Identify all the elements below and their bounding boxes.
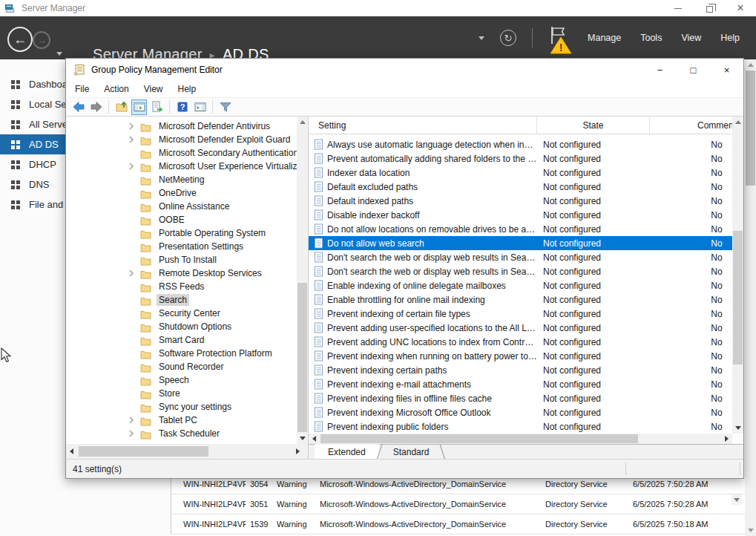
gpme-menu-item[interactable]: Action [96,84,136,94]
tree-item[interactable]: Online Assistance [66,200,297,213]
restore-button[interactable] [694,0,725,16]
tree-vertical-scrollbar[interactable] [297,117,308,444]
list-scroll-up-icon[interactable] [732,117,743,128]
tree-item[interactable]: Security Center [66,307,297,320]
tab-standard[interactable]: Standard [380,445,443,459]
tree-item[interactable]: Portable Operating System [66,226,297,240]
nav-dropdown-caret-icon[interactable] [479,36,484,40]
scrollbar-thumb[interactable] [746,71,755,186]
nav-menu-item[interactable]: Manage [588,33,621,43]
tree-horizontal-scrollbar[interactable] [66,444,309,459]
gpme-maximize-button[interactable]: □ [677,59,710,81]
list-horizontal-scrollbar[interactable] [309,434,732,444]
tree-item[interactable]: Microsoft Defender Exploit Guard [66,133,297,146]
tree-item[interactable]: Presentation Settings [66,240,297,253]
list-scroll-left-icon[interactable] [309,434,320,444]
setting-row[interactable]: Prevent adding user-specified locations … [309,321,743,335]
nav-menu-item[interactable]: Tools [640,33,662,43]
setting-row[interactable]: Prevent adding UNC locations to index fr… [309,335,743,349]
tree-item[interactable]: OneDrive [66,186,297,200]
show-action-pane-icon[interactable] [192,99,208,115]
gpme-menu-item[interactable]: File [68,84,96,94]
history-dropdown-caret-icon[interactable] [56,52,62,56]
tree-item[interactable]: Microsoft User Experience Virtualization [66,160,297,173]
tree-item[interactable]: Speech [66,373,297,387]
nav-menu-item[interactable]: View [681,33,701,43]
setting-row[interactable]: Prevent indexing e-mail attachments Not … [309,377,743,391]
tree-hscrollbar-thumb[interactable] [79,446,208,457]
notifications-flag-icon[interactable]: ! [548,25,572,55]
setting-row[interactable]: Prevent indexing files in offline files … [309,391,743,405]
tree-item[interactable]: Sound Recorder [66,360,297,373]
setting-row[interactable]: Prevent indexing public folders Not conf… [309,419,743,434]
event-row[interactable]: WIN-INHI2LP4VPS 3051 Warning Microsoft-W… [171,494,745,514]
list-scrollbar-thumb[interactable] [733,231,743,365]
setting-row[interactable]: Don't search the web or display web resu… [309,250,743,264]
setting-row[interactable]: Prevent automatically adding shared fold… [309,151,743,166]
nav-menu-item[interactable]: Help [720,33,740,43]
show-console-tree-icon[interactable] [131,99,147,115]
tree-item[interactable]: Store [66,387,297,400]
back-icon[interactable] [70,99,86,115]
tree-scroll-down-icon[interactable] [297,433,308,444]
back-button[interactable]: ← [7,27,33,52]
tree-item[interactable]: Tablet PC [66,414,297,427]
tab-extended[interactable]: Extended [315,444,379,459]
up-one-level-icon[interactable] [114,99,129,115]
tree-item[interactable]: Task Scheduler [66,427,297,440]
setting-row[interactable]: Enable indexing of online delegate mailb… [309,278,743,292]
setting-row[interactable]: Prevent indexing Microsoft Office Outloo… [309,405,743,419]
expand-chevron-icon[interactable] [128,416,136,424]
setting-row[interactable]: Don't search the web or display web resu… [309,264,743,278]
tree-item[interactable]: Microsoft Defender Antivirus [66,120,297,133]
minimize-button[interactable] [663,0,694,16]
gpme-close-button[interactable]: × [710,59,743,81]
tree-item[interactable]: RSS Feeds [66,280,297,293]
tree-item[interactable]: Search [66,293,297,307]
setting-row[interactable]: Prevent indexing certain paths Not confi… [309,363,743,377]
tree-item[interactable]: Sync your settings [66,400,297,414]
list-scroll-down-icon[interactable] [732,422,743,434]
setting-row[interactable]: Prevent indexing of certain file types N… [309,307,743,321]
column-header-state[interactable]: State [537,117,650,134]
setting-row[interactable]: Indexer data location Not configured No [309,166,743,180]
filter-icon[interactable] [217,99,233,115]
refresh-icon[interactable]: ↻ [500,30,516,46]
tree-scroll-left-icon[interactable] [66,445,77,457]
tree-item[interactable]: Push To Install [66,253,297,267]
forward-icon[interactable] [88,99,104,115]
close-button[interactable] [725,0,756,16]
setting-row[interactable]: Do not allow locations on removable driv… [309,222,743,236]
tree-scroll-up-icon[interactable] [297,117,308,128]
event-row[interactable]: WIN-INHI2LP4VPS 1539 Warning Microsoft-W… [171,514,745,535]
tree-item[interactable]: Microsoft Secondary Authentication [66,146,297,160]
setting-row[interactable]: Disable indexer backoff Not configured N… [309,208,743,222]
gpme-menu-item[interactable]: View [137,84,171,94]
tree-item[interactable]: Remote Desktop Services [66,267,297,280]
help-icon[interactable]: ? [174,99,190,115]
tree-item[interactable]: Shutdown Options [66,320,297,333]
events-scroll-down-icon[interactable] [732,494,742,505]
setting-row[interactable]: Always use automatic language detection … [309,137,743,151]
forward-button[interactable]: → [33,31,50,49]
gpme-minimize-button[interactable]: − [643,59,677,81]
tree-item[interactable]: NetMeeting [66,173,297,186]
expand-chevron-icon[interactable] [128,430,136,437]
expand-chevron-icon[interactable] [128,163,136,170]
setting-row[interactable]: Do not allow web search Not configured N… [309,236,743,250]
setting-row[interactable]: Enable throttling for online mail indexi… [309,292,743,307]
list-scroll-right-icon[interactable] [721,434,732,444]
tree-item[interactable]: Smart Card [66,333,297,347]
column-header-comment[interactable]: Comment [650,117,743,134]
tree-scrollbar-thumb[interactable] [298,283,307,432]
export-list-icon[interactable] [149,99,165,115]
scroll-up-icon[interactable] [745,59,756,71]
content-vertical-scrollbar[interactable] [745,59,756,536]
scroll-down-icon[interactable] [745,525,756,536]
tree-item[interactable]: OOBE [66,213,297,226]
setting-row[interactable]: Default indexed paths Not configured No [309,194,743,208]
tree-scroll-right-icon[interactable] [292,445,303,457]
tree-item[interactable]: Software Protection Platform [66,347,297,360]
gpme-menu-item[interactable]: Help [171,84,204,94]
expand-chevron-icon[interactable] [128,136,136,143]
